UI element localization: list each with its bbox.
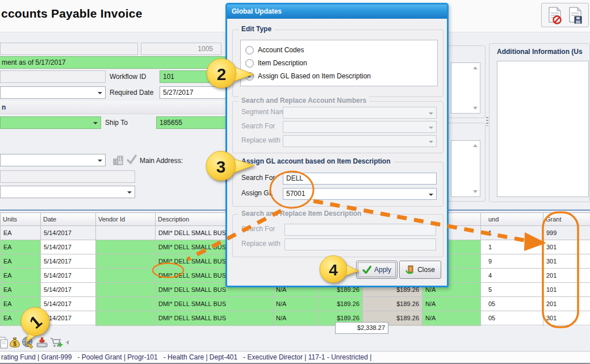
table-cell[interactable] xyxy=(273,325,317,327)
table-cell[interactable]: 1 xyxy=(481,240,543,254)
side-listbox-upper[interactable] xyxy=(451,62,480,114)
table-cell[interactable]: 4 xyxy=(481,269,543,283)
table-cell[interactable]: 5/14/2017 xyxy=(41,226,96,240)
table-cell[interactable]: EA xyxy=(1,254,41,269)
ship-to-field[interactable]: 185655 xyxy=(156,116,227,129)
table-cell[interactable]: 999 xyxy=(543,226,590,240)
radio-assign-gl[interactable]: Assign GL Based on Item Description xyxy=(245,70,371,82)
table-cell[interactable]: 5/14/2017 xyxy=(41,311,96,325)
scroll-down-icon[interactable] xyxy=(473,190,478,193)
column-header[interactable]: Grant xyxy=(543,213,590,226)
table-cell[interactable]: 5 xyxy=(481,283,543,297)
workflow-id-field[interactable]: 101 xyxy=(160,70,227,83)
segment-name-dropdown[interactable] xyxy=(283,107,437,119)
table-cell[interactable] xyxy=(1,325,41,327)
radio-account-codes[interactable]: Account Codes xyxy=(245,44,304,56)
table-cell[interactable] xyxy=(96,226,156,240)
vendor-field[interactable] xyxy=(0,70,106,83)
location-dropdown[interactable] xyxy=(0,116,101,129)
table-cell[interactable]: 301 xyxy=(543,254,590,269)
dialog-title[interactable]: Global Updates xyxy=(227,5,447,19)
table-cell[interactable]: 5/14/2017 xyxy=(41,297,96,311)
table-cell[interactable]: 301 xyxy=(543,240,590,254)
table-cell[interactable]: N/A xyxy=(422,297,481,311)
radio-item-description[interactable]: Item Description xyxy=(245,57,307,69)
additional-info-box[interactable] xyxy=(497,61,589,197)
table-cell[interactable]: 201 xyxy=(543,269,590,283)
column-header[interactable]: Date xyxy=(41,213,96,226)
table-cell[interactable]: EA xyxy=(1,269,41,283)
apply-button[interactable]: Apply xyxy=(356,261,397,279)
table-cell[interactable]: 1 xyxy=(481,226,543,240)
scroll-up-icon[interactable] xyxy=(473,66,478,69)
table-cell[interactable]: EA xyxy=(1,311,41,325)
table-cell[interactable]: N/A xyxy=(422,311,481,325)
assign-gl-dropdown[interactable]: 57001 xyxy=(283,188,437,200)
building-icon[interactable] xyxy=(112,154,124,166)
table-cell[interactable] xyxy=(96,297,156,311)
table-cell[interactable] xyxy=(96,325,156,327)
table-cell[interactable]: DMI* DELL SMALL BUS xyxy=(156,297,273,311)
money-bag-icon[interactable]: $ xyxy=(9,336,21,349)
table-cell[interactable]: 5/14/2017 xyxy=(41,254,96,269)
side-listbox-lower[interactable] xyxy=(451,140,480,197)
address-dropdown[interactable] xyxy=(0,154,106,166)
table-cell[interactable]: 05 xyxy=(481,311,543,325)
table-cell[interactable]: N/A xyxy=(273,311,317,325)
sr-item-search-input[interactable] xyxy=(284,224,436,236)
column-header[interactable]: und xyxy=(481,213,543,226)
terms-dropdown[interactable] xyxy=(0,86,106,99)
radio-icon[interactable] xyxy=(245,59,254,68)
table-cell[interactable]: $189.26 xyxy=(363,297,422,311)
save-document-icon[interactable] xyxy=(567,6,583,24)
required-date-field[interactable]: 5/27/2017 xyxy=(160,86,227,99)
panel-splitter[interactable] xyxy=(486,117,488,126)
table-cell[interactable]: EA xyxy=(1,297,41,311)
table-cell[interactable]: 05 xyxy=(481,297,543,311)
address-line-field[interactable] xyxy=(0,170,135,183)
table-cell[interactable] xyxy=(96,240,156,254)
address-line-dropdown[interactable] xyxy=(0,186,135,198)
sr-account-search-dropdown[interactable] xyxy=(283,121,437,133)
table-cell[interactable]: 5/14/2017 xyxy=(41,283,96,297)
table-cell[interactable] xyxy=(543,325,590,327)
table-cell[interactable]: N/A xyxy=(273,297,317,311)
close-button[interactable]: Close xyxy=(399,261,441,279)
scroll-left-icon[interactable] xyxy=(66,340,69,345)
table-cell[interactable]: EA xyxy=(1,240,41,254)
void-document-icon[interactable] xyxy=(547,6,563,24)
table-cell[interactable]: $189.26 xyxy=(317,297,363,311)
export-icon[interactable] xyxy=(36,336,48,349)
table-cell[interactable]: 101 xyxy=(543,283,590,297)
sr-item-replace-input[interactable] xyxy=(284,239,436,250)
sr-account-replace-dropdown[interactable] xyxy=(283,135,437,147)
table-cell[interactable] xyxy=(422,325,481,327)
table-cell[interactable] xyxy=(481,325,543,327)
radio-icon-selected[interactable] xyxy=(245,72,254,81)
table-cell[interactable]: DMI* DELL SMALL BUS xyxy=(156,325,273,327)
assign-gl-search-input[interactable]: DELL xyxy=(283,173,437,185)
cart-add-icon[interactable] xyxy=(49,336,63,349)
table-cell[interactable]: 9 xyxy=(481,254,543,269)
table-cell[interactable]: 201 xyxy=(543,297,590,311)
column-header[interactable]: Vendor Id xyxy=(96,213,156,226)
table-cell[interactable] xyxy=(96,283,156,297)
document-number-field[interactable]: 1005 xyxy=(141,43,221,55)
column-header[interactable]: Units xyxy=(1,213,41,226)
table-cell[interactable]: 5/14/2017 xyxy=(41,269,96,283)
copy-document-icon[interactable] xyxy=(0,336,9,349)
table-cell[interactable]: EA xyxy=(1,226,41,240)
scroll-up-icon[interactable] xyxy=(473,144,478,147)
header-field-1[interactable] xyxy=(0,43,138,55)
radio-icon[interactable] xyxy=(245,46,254,55)
scroll-down-icon[interactable] xyxy=(473,107,478,110)
table-cell[interactable]: 5/14/2017 xyxy=(41,240,96,254)
table-cell[interactable]: EA xyxy=(1,283,41,297)
table-cell[interactable] xyxy=(96,311,156,325)
confirm-address-icon[interactable] xyxy=(126,154,137,165)
table-cell[interactable] xyxy=(96,269,156,283)
globe-edit-icon[interactable] xyxy=(22,336,35,349)
table-cell[interactable] xyxy=(41,325,96,327)
table-cell[interactable]: 301 xyxy=(543,311,590,325)
table-cell[interactable] xyxy=(96,254,156,269)
